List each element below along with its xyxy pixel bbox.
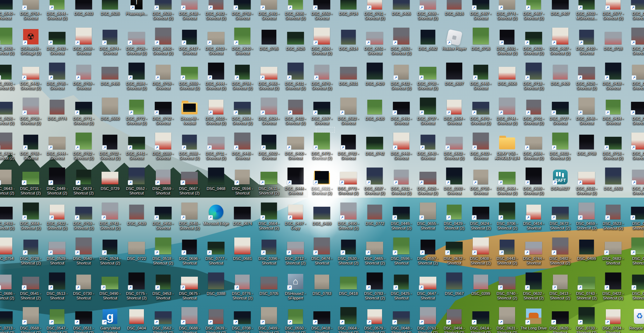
desktop-icon[interactable]: Dhoco48 - football bbox=[176, 98, 203, 126]
desktop-icon[interactable]: ↗DSC_0597 - Shortcut (2) bbox=[414, 238, 442, 265]
desktop-icon[interactable]: ↗DSC_0568 - Shortcut (2) bbox=[17, 307, 44, 333]
desktop-icon[interactable]: ↗DSC_0613 - Shortcut bbox=[202, 28, 230, 56]
desktop-icon[interactable]: ↗DSC_0689 - Shortcut (2) bbox=[520, 168, 547, 196]
desktop-icon[interactable]: ↗DSC_0594 - Shortcut bbox=[229, 168, 256, 196]
desktop-icon[interactable]: ↗DSC_0491 - Shortcut bbox=[388, 98, 415, 126]
desktop-icon[interactable]: ↗DSC_0552 - Shortcut bbox=[123, 168, 150, 196]
desktop-icon[interactable]: ↗DSC_0686 - Shortcut (2) bbox=[0, 272, 18, 300]
desktop-icon[interactable]: ↗DSC_0466 - Shortcut (2) bbox=[255, 63, 283, 91]
desktop-icon[interactable]: DSC_0705 bbox=[255, 272, 283, 296]
desktop-icon[interactable]: ↗DSC_0474 - Shortcut bbox=[308, 238, 335, 265]
desktop-icon[interactable]: ↗DSC_0706 - Shortcut (2) bbox=[493, 203, 521, 231]
desktop-icon[interactable]: ↗DSC_0444 - Shortcut bbox=[43, 133, 71, 161]
desktop-icon[interactable]: DSC_0531 bbox=[335, 63, 362, 86]
desktop-icon[interactable]: ↗DSC_0526 - Shortcut (2) bbox=[0, 98, 18, 126]
desktop-icon[interactable]: ↗DSC_0467 - Shortcut (2) bbox=[547, 28, 574, 56]
desktop-icon[interactable]: ↗DSC_0735 - Shortcut bbox=[467, 168, 494, 196]
desktop-icon[interactable]: ↗DSC_0429 - Shortcut (2) bbox=[441, 203, 468, 231]
desktop-icon[interactable]: ↗DSC_0444 - Shortcut (2) bbox=[202, 63, 230, 91]
desktop-icon[interactable]: ↗DSC_0610 - Shortcut bbox=[229, 28, 256, 56]
desktop-icon[interactable]: ↗DSC_0410 - Shortcut bbox=[573, 28, 600, 56]
desktop-icon[interactable]: ↗DSC_0431 - Shortcut (2) bbox=[282, 63, 309, 91]
desktop-icon[interactable]: ↗DSC_0438 - Shortcut bbox=[600, 63, 627, 91]
desktop-icon[interactable]: ↗DSC_0 - Shortcut bbox=[626, 203, 644, 231]
desktop-icon[interactable]: ↗DSC_0562 - Shortcut (2) bbox=[150, 307, 177, 333]
desktop-icon[interactable]: ↗DSC_0784 - Shortcut (2) bbox=[229, 63, 256, 91]
desktop-icon[interactable]: ↗DSC_0730 - Shortcut bbox=[70, 272, 97, 300]
desktop-icon[interactable]: DSC_0388 bbox=[202, 272, 230, 296]
desktop-icon[interactable]: ↗DSC_0695 - Shortcut (2) bbox=[282, 0, 309, 21]
desktop-icon[interactable]: ↗DSC_0582 - Shortcut bbox=[335, 98, 362, 126]
desktop-icon[interactable]: ↗DSC_0422 - Shortcut (2) bbox=[600, 272, 627, 300]
desktop-icon[interactable]: ↗DSC_0700 - Shortcut (2) bbox=[414, 63, 442, 91]
desktop-icon[interactable]: ↗DSC_0643 - Shortcut (2) bbox=[0, 168, 18, 196]
desktop-icon[interactable]: ↗DSC_0577 - Shortcut (2) bbox=[600, 0, 627, 21]
desktop-icon[interactable]: ↗DSC_0654 - Shortcut (2) bbox=[229, 98, 256, 126]
desktop-icon[interactable]: DSC_0506 bbox=[493, 63, 521, 86]
desktop-icon[interactable]: ↗DSC_0633 - Shortcut (2) bbox=[520, 28, 547, 56]
desktop-icon[interactable]: ↗DSC_0632 - Shortcut (2) bbox=[520, 272, 547, 300]
desktop-icon[interactable]: ↗DSC_0453 - Shortcut bbox=[150, 272, 177, 300]
desktop-icon[interactable]: DSC_0404 bbox=[123, 307, 150, 331]
desktop-icon[interactable]: DSC_0550 bbox=[96, 98, 124, 121]
desktop-icon[interactable]: ↗DSC_0713 - Shortcut (2) bbox=[0, 307, 18, 333]
desktop-icon[interactable]: ↗DSC_0521 - Shortcut (2) bbox=[308, 168, 335, 196]
desktop-icon[interactable]: ↗DSC_0446 - Shortcut bbox=[388, 133, 415, 161]
desktop-icon[interactable]: ↗DSC_0782 - Shortcut bbox=[150, 98, 177, 126]
desktop-icon[interactable]: DSC_0489 bbox=[308, 203, 335, 226]
desktop-icon[interactable]: DSC_0722 bbox=[123, 238, 150, 261]
desktop-icon[interactable]: ↗DSC_0459 - Shortcut (2) bbox=[573, 203, 600, 231]
desktop-icon[interactable]: DSC_0403 bbox=[70, 0, 97, 16]
desktop-icon[interactable]: ↗DSC_0664 - Shortcut (2) bbox=[335, 307, 362, 333]
desktop-icon[interactable]: ↗DSC_0776 - Shortcut (2) bbox=[229, 272, 256, 300]
desktop-icon[interactable]: DSC_0430 bbox=[361, 98, 388, 121]
desktop-icon[interactable]: ↗DSC_0391 - Shortcut (2) bbox=[0, 63, 18, 91]
desktop-icon[interactable]: ↗DSC_0515 - Shortcut (2) bbox=[573, 168, 600, 196]
desktop-icon[interactable]: ↗DSC_0718 - Shortcut (2) bbox=[520, 63, 547, 91]
desktop-icon[interactable]: ↗DSC_0540 - Shortcut bbox=[70, 238, 97, 265]
desktop-icon[interactable]: ↗DSC_0513 - Shortcut bbox=[43, 272, 71, 300]
desktop-icon[interactable]: ↗DSC_0684 - Shortcut (2) bbox=[520, 133, 547, 161]
desktop-icon[interactable]: ↗DSC_0631 - Shortcut (2) bbox=[493, 307, 521, 333]
desktop-icon[interactable]: ↗DSC_0601 - Shortcut (2) bbox=[0, 133, 18, 161]
desktop-icon[interactable]: DSC_0525 bbox=[282, 28, 309, 51]
desktop-icon[interactable]: ↗DSC_0503 - MShortcut... bbox=[573, 0, 600, 21]
desktop-icon[interactable]: ↗DSC_0559 - Shortcut (2) bbox=[176, 63, 203, 91]
desktop-icon[interactable]: ↗DSC_0774 - Shortcut (2) bbox=[493, 0, 521, 21]
desktop-icon[interactable]: DSC_0535 bbox=[96, 0, 124, 16]
desktop-icon[interactable]: DSC_0553 bbox=[600, 168, 627, 191]
desktop-icon[interactable]: ↗DSC_0708 - Shortcut (2) bbox=[17, 98, 44, 126]
desktop-icon[interactable]: ↗DSC_0499 - Shortcut (2) bbox=[255, 307, 283, 333]
desktop-icon[interactable]: ↗DSC_0525 - Shortcut (2) bbox=[573, 63, 600, 91]
desktop-icon[interactable]: ↗DSC_0497 - Copy bbox=[282, 203, 309, 231]
desktop-icon[interactable]: ↗DSC_0502 - Shortcut bbox=[255, 133, 283, 161]
desktop-icon[interactable]: ↗DSC_0422 - Shortcut (2) bbox=[43, 203, 71, 231]
desktop-icon[interactable]: DSC_0567 bbox=[441, 272, 468, 296]
desktop-icon[interactable]: DSC_0405 bbox=[388, 0, 415, 16]
desktop-icon[interactable]: ↗DSC_0647 - Shortcut bbox=[414, 272, 442, 300]
desktop-icon[interactable]: ↗DSC_0425 - Shortcut bbox=[388, 272, 415, 300]
desktop-icon[interactable]: ↗DSC_0785 - Shortcut bbox=[43, 63, 71, 91]
desktop-icon[interactable]: ↗DSC_0433 - Shortcut (2) bbox=[282, 98, 309, 126]
desktop-icon[interactable]: ↗DSC_0782 - Shortcut bbox=[335, 133, 362, 161]
desktop-icon[interactable]: ↗DSC_0611 - Shortcut (2) bbox=[388, 168, 415, 196]
desktop-icon[interactable]: ☢↗DSRust48 - ShStagit (2) bbox=[17, 28, 44, 56]
desktop-icon[interactable]: ↗DSC_0433 - Shortcut bbox=[467, 133, 494, 161]
desktop-icon[interactable]: ↗DSC_0663 - Shortcut (2) bbox=[441, 133, 468, 161]
desktop-icon[interactable]: ↗DSC_0611 - Shortcut (2) bbox=[255, 168, 283, 196]
desktop-icon[interactable]: ↗DSC_0418 - Shortcut bbox=[308, 307, 335, 333]
desktop-icon[interactable]: ↗DSC_0413 - Shortcut (2) bbox=[547, 272, 574, 300]
desktop-icon[interactable]: ↗DSC_0740 - Shortcut (2) bbox=[493, 272, 521, 300]
desktop-icon[interactable]: ↗DSC_0 - Shortcut bbox=[626, 63, 644, 91]
desktop-icon[interactable]: DSC_0785 bbox=[255, 28, 283, 51]
desktop-icon[interactable]: ↗DSC_0414 - Shortcut bbox=[520, 203, 547, 231]
desktop-icon[interactable]: ↗DSC_0493 - Shortcut bbox=[43, 28, 71, 56]
desktop-icon[interactable]: ↗DSC_0673 - Shortcut (2) bbox=[70, 168, 97, 196]
desktop-icon[interactable]: ↗DSC_0490 - Shortcut bbox=[96, 272, 124, 300]
desktop-icon[interactable]: ↗DSC_0579 - Shortcut (2) bbox=[361, 307, 388, 333]
desktop-icon[interactable]: ↗DSC_0596 - Shortcut bbox=[388, 238, 415, 265]
desktop-icon[interactable]: ↗DSC_0697 - Shortcut bbox=[308, 98, 335, 126]
desktop-icon[interactable]: ↗DSC_0438 - Shortcut bbox=[176, 0, 203, 21]
desktop-icon[interactable]: ↗DSC_0712 - Shortcut (2) bbox=[282, 238, 309, 265]
desktop-icon[interactable]: ↗DSC_0400 - Shortcut bbox=[282, 133, 309, 161]
